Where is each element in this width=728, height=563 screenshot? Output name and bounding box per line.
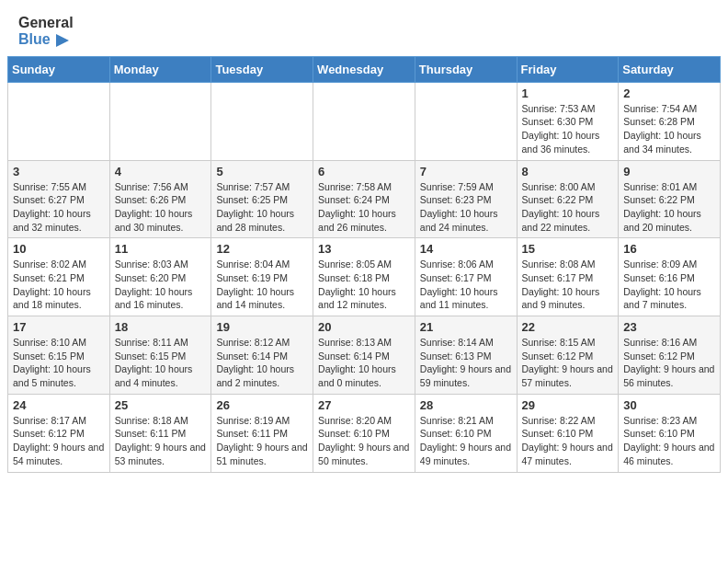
calendar-cell: 16Sunrise: 8:09 AMSunset: 6:16 PMDayligh… bbox=[619, 238, 721, 316]
day-info: Sunrise: 8:09 AMSunset: 6:16 PMDaylight:… bbox=[623, 258, 715, 312]
page-header: General Blue bbox=[0, 0, 728, 56]
day-number: 15 bbox=[522, 242, 614, 256]
calendar-cell: 4Sunrise: 7:56 AMSunset: 6:26 PMDaylight… bbox=[109, 160, 211, 238]
day-info: Sunrise: 8:16 AMSunset: 6:12 PMDaylight:… bbox=[623, 336, 715, 390]
day-number: 30 bbox=[623, 398, 715, 412]
calendar-header-row: SundayMondayTuesdayWednesdayThursdayFrid… bbox=[8, 56, 721, 82]
day-number: 24 bbox=[13, 398, 105, 412]
day-info: Sunrise: 7:58 AMSunset: 6:24 PMDaylight:… bbox=[318, 180, 410, 235]
day-info: Sunrise: 8:08 AMSunset: 6:17 PMDaylight:… bbox=[522, 258, 614, 312]
day-number: 8 bbox=[522, 165, 614, 178]
calendar-week-row: 1Sunrise: 7:53 AMSunset: 6:30 PMDaylight… bbox=[8, 82, 721, 160]
day-info: Sunrise: 7:57 AMSunset: 6:25 PMDaylight:… bbox=[216, 180, 308, 235]
day-number: 5 bbox=[216, 165, 308, 178]
calendar-cell: 15Sunrise: 8:08 AMSunset: 6:17 PMDayligh… bbox=[517, 238, 619, 316]
calendar-cell: 14Sunrise: 8:06 AMSunset: 6:17 PMDayligh… bbox=[415, 238, 517, 316]
calendar-cell: 25Sunrise: 8:18 AMSunset: 6:11 PMDayligh… bbox=[109, 394, 211, 472]
day-info: Sunrise: 8:21 AMSunset: 6:10 PMDaylight:… bbox=[420, 414, 512, 468]
day-info: Sunrise: 8:12 AMSunset: 6:14 PMDaylight:… bbox=[216, 336, 308, 390]
calendar-cell: 27Sunrise: 8:20 AMSunset: 6:10 PMDayligh… bbox=[313, 394, 415, 472]
day-number: 20 bbox=[318, 320, 410, 334]
day-info: Sunrise: 8:17 AMSunset: 6:12 PMDaylight:… bbox=[13, 414, 105, 468]
weekday-header-saturday: Saturday bbox=[619, 56, 721, 82]
weekday-header-thursday: Thursday bbox=[415, 56, 517, 82]
day-number: 18 bbox=[115, 320, 207, 334]
calendar-cell: 9Sunrise: 8:01 AMSunset: 6:22 PMDaylight… bbox=[619, 160, 721, 238]
calendar-cell: 11Sunrise: 8:03 AMSunset: 6:20 PMDayligh… bbox=[109, 238, 211, 316]
day-info: Sunrise: 8:03 AMSunset: 6:20 PMDaylight:… bbox=[115, 258, 207, 312]
day-info: Sunrise: 8:00 AMSunset: 6:22 PMDaylight:… bbox=[522, 180, 614, 235]
day-number: 21 bbox=[420, 320, 512, 334]
calendar-cell: 17Sunrise: 8:10 AMSunset: 6:15 PMDayligh… bbox=[8, 316, 110, 395]
day-number: 13 bbox=[318, 242, 410, 256]
day-number: 6 bbox=[318, 165, 410, 178]
day-info: Sunrise: 7:53 AMSunset: 6:30 PMDaylight:… bbox=[522, 102, 614, 156]
day-number: 29 bbox=[522, 398, 614, 412]
day-number: 26 bbox=[216, 398, 308, 412]
weekday-header-wednesday: Wednesday bbox=[313, 56, 415, 82]
calendar-wrapper: SundayMondayTuesdayWednesdayThursdayFrid… bbox=[0, 56, 728, 480]
calendar-cell: 21Sunrise: 8:14 AMSunset: 6:13 PMDayligh… bbox=[415, 316, 517, 395]
day-number: 17 bbox=[13, 320, 105, 334]
calendar-cell: 28Sunrise: 8:21 AMSunset: 6:10 PMDayligh… bbox=[415, 394, 517, 472]
calendar-cell: 2Sunrise: 7:54 AMSunset: 6:28 PMDaylight… bbox=[619, 82, 721, 160]
calendar-cell: 6Sunrise: 7:58 AMSunset: 6:24 PMDaylight… bbox=[313, 160, 415, 238]
calendar-table: SundayMondayTuesdayWednesdayThursdayFrid… bbox=[7, 56, 721, 473]
day-info: Sunrise: 8:13 AMSunset: 6:14 PMDaylight:… bbox=[318, 336, 410, 390]
logo-general: General bbox=[18, 15, 74, 30]
day-number: 14 bbox=[420, 242, 512, 256]
logo-arrow-icon bbox=[56, 34, 69, 47]
calendar-cell bbox=[8, 82, 110, 160]
calendar-cell: 10Sunrise: 8:02 AMSunset: 6:21 PMDayligh… bbox=[8, 238, 110, 316]
calendar-cell: 26Sunrise: 8:19 AMSunset: 6:11 PMDayligh… bbox=[211, 394, 313, 472]
day-number: 12 bbox=[216, 242, 308, 256]
day-number: 3 bbox=[13, 165, 105, 178]
day-number: 10 bbox=[13, 242, 105, 256]
calendar-cell: 12Sunrise: 8:04 AMSunset: 6:19 PMDayligh… bbox=[211, 238, 313, 316]
calendar-cell: 24Sunrise: 8:17 AMSunset: 6:12 PMDayligh… bbox=[8, 394, 110, 472]
day-number: 1 bbox=[522, 86, 614, 100]
calendar-week-row: 10Sunrise: 8:02 AMSunset: 6:21 PMDayligh… bbox=[8, 238, 721, 316]
weekday-header-friday: Friday bbox=[517, 56, 619, 82]
calendar-cell: 5Sunrise: 7:57 AMSunset: 6:25 PMDaylight… bbox=[211, 160, 313, 238]
calendar-cell: 3Sunrise: 7:55 AMSunset: 6:27 PMDaylight… bbox=[8, 160, 110, 238]
calendar-cell bbox=[211, 82, 313, 160]
day-info: Sunrise: 8:02 AMSunset: 6:21 PMDaylight:… bbox=[13, 258, 105, 312]
day-number: 9 bbox=[623, 165, 715, 178]
calendar-cell: 19Sunrise: 8:12 AMSunset: 6:14 PMDayligh… bbox=[211, 316, 313, 395]
day-number: 2 bbox=[623, 86, 715, 100]
day-info: Sunrise: 8:04 AMSunset: 6:19 PMDaylight:… bbox=[216, 258, 308, 312]
day-number: 28 bbox=[420, 398, 512, 412]
day-info: Sunrise: 8:11 AMSunset: 6:15 PMDaylight:… bbox=[115, 336, 207, 390]
calendar-week-row: 17Sunrise: 8:10 AMSunset: 6:15 PMDayligh… bbox=[8, 316, 721, 395]
day-number: 16 bbox=[623, 242, 715, 256]
day-info: Sunrise: 8:06 AMSunset: 6:17 PMDaylight:… bbox=[420, 258, 512, 312]
day-info: Sunrise: 8:15 AMSunset: 6:12 PMDaylight:… bbox=[522, 336, 614, 390]
calendar-cell bbox=[313, 82, 415, 160]
day-number: 11 bbox=[115, 242, 207, 256]
day-info: Sunrise: 7:55 AMSunset: 6:27 PMDaylight:… bbox=[13, 180, 105, 235]
calendar-week-row: 24Sunrise: 8:17 AMSunset: 6:12 PMDayligh… bbox=[8, 394, 721, 472]
calendar-cell: 13Sunrise: 8:05 AMSunset: 6:18 PMDayligh… bbox=[313, 238, 415, 316]
day-info: Sunrise: 8:20 AMSunset: 6:10 PMDaylight:… bbox=[318, 414, 410, 468]
calendar-cell: 18Sunrise: 8:11 AMSunset: 6:15 PMDayligh… bbox=[109, 316, 211, 395]
calendar-cell: 30Sunrise: 8:23 AMSunset: 6:10 PMDayligh… bbox=[619, 394, 721, 472]
logo-text-block: General Blue bbox=[18, 15, 74, 49]
calendar-cell bbox=[109, 82, 211, 160]
logo-blue: Blue bbox=[18, 31, 51, 47]
day-number: 23 bbox=[623, 320, 715, 334]
calendar-cell: 22Sunrise: 8:15 AMSunset: 6:12 PMDayligh… bbox=[517, 316, 619, 395]
calendar-cell: 20Sunrise: 8:13 AMSunset: 6:14 PMDayligh… bbox=[313, 316, 415, 395]
day-info: Sunrise: 8:23 AMSunset: 6:10 PMDaylight:… bbox=[623, 414, 715, 468]
weekday-header-tuesday: Tuesday bbox=[211, 56, 313, 82]
calendar-cell: 29Sunrise: 8:22 AMSunset: 6:10 PMDayligh… bbox=[517, 394, 619, 472]
weekday-header-monday: Monday bbox=[109, 56, 211, 82]
weekday-header-sunday: Sunday bbox=[8, 56, 110, 82]
day-number: 19 bbox=[216, 320, 308, 334]
day-number: 27 bbox=[318, 398, 410, 412]
day-info: Sunrise: 8:22 AMSunset: 6:10 PMDaylight:… bbox=[522, 414, 614, 468]
calendar-cell: 7Sunrise: 7:59 AMSunset: 6:23 PMDaylight… bbox=[415, 160, 517, 238]
day-info: Sunrise: 8:05 AMSunset: 6:18 PMDaylight:… bbox=[318, 258, 410, 312]
day-info: Sunrise: 8:10 AMSunset: 6:15 PMDaylight:… bbox=[13, 336, 105, 390]
calendar-cell: 8Sunrise: 8:00 AMSunset: 6:22 PMDaylight… bbox=[517, 160, 619, 238]
